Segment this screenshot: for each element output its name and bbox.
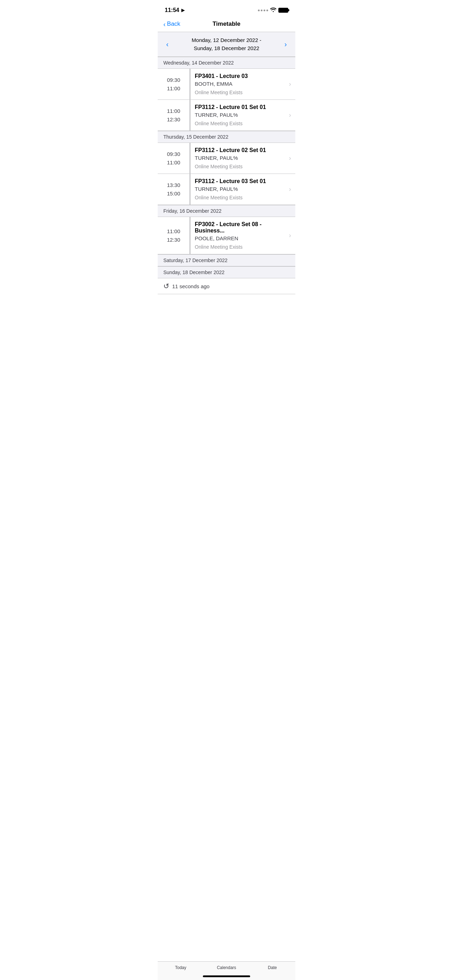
event-row[interactable]: 13:30 15:00 FP3112 - Lecture 03 Set 01 T… <box>158 174 295 205</box>
event-row[interactable]: 09:30 11:00 FP3401 - Lecture 03 BOOTH, E… <box>158 69 295 100</box>
event-instructor: TURNER, PAUL% <box>195 186 286 192</box>
event-row[interactable]: 09:30 11:00 FP3112 - Lecture 02 Set 01 T… <box>158 143 295 174</box>
event-details: FP3112 - Lecture 03 Set 01 TURNER, PAUL%… <box>191 174 289 205</box>
event-title: FP3401 - Lecture 03 <box>195 73 286 80</box>
event-online: Online Meeting Exists <box>195 244 286 250</box>
event-title: FP3002 - Lecture Set 08 - Business... <box>195 221 286 234</box>
sync-row: ↺ 11 seconds ago <box>158 278 295 294</box>
event-chevron-icon: › <box>289 69 295 99</box>
week-navigator: ‹ Monday, 12 December 2022 -Sunday, 18 D… <box>158 32 295 57</box>
event-instructor: TURNER, PAUL% <box>195 112 286 118</box>
event-instructor: POOLE, DARREN <box>195 235 286 241</box>
event-title: FP3112 - Lecture 02 Set 01 <box>195 147 286 153</box>
status-icons <box>258 7 288 13</box>
event-chevron-icon: › <box>289 143 295 173</box>
page-title: Timetable <box>212 21 240 27</box>
event-time: 13:30 15:00 <box>158 174 189 205</box>
day-header-wednesday: Wednesday, 14 December 2022 <box>158 57 295 69</box>
event-instructor: TURNER, PAUL% <box>195 155 286 161</box>
day-header-sunday: Sunday, 18 December 2022 <box>158 266 295 278</box>
timetable-content: Wednesday, 14 December 2022 09:30 11:00 … <box>158 57 295 326</box>
location-icon: ▶ <box>181 8 184 13</box>
nav-bar: ‹ Back Timetable <box>158 18 295 32</box>
event-details: FP3002 - Lecture Set 08 - Business... PO… <box>191 217 289 254</box>
event-online: Online Meeting Exists <box>195 90 286 95</box>
signal-icon <box>258 10 268 11</box>
day-header-thursday: Thursday, 15 December 2022 <box>158 131 295 143</box>
event-details: FP3401 - Lecture 03 BOOTH, EMMA Online M… <box>191 69 289 99</box>
back-chevron-icon: ‹ <box>163 21 165 27</box>
back-label: Back <box>167 21 180 27</box>
event-title: FP3112 - Lecture 01 Set 01 <box>195 104 286 110</box>
week-range-text: Monday, 12 December 2022 -Sunday, 18 Dec… <box>192 37 261 52</box>
event-time: 09:30 11:00 <box>158 143 189 173</box>
day-header-friday: Friday, 16 December 2022 <box>158 205 295 217</box>
event-row[interactable]: 11:00 12:30 FP3002 - Lecture Set 08 - Bu… <box>158 217 295 255</box>
event-time: 09:30 11:00 <box>158 69 189 99</box>
prev-week-button[interactable]: ‹ <box>163 39 172 50</box>
event-online: Online Meeting Exists <box>195 195 286 200</box>
status-bar: 11:54 ▶ <box>158 0 295 18</box>
back-button[interactable]: ‹ Back <box>163 21 180 27</box>
status-time: 11:54 ▶ <box>165 7 184 13</box>
event-online: Online Meeting Exists <box>195 164 286 169</box>
day-header-saturday: Saturday, 17 December 2022 <box>158 255 295 266</box>
next-week-button[interactable]: › <box>281 39 290 50</box>
event-time: 11:00 12:30 <box>158 217 189 254</box>
event-online: Online Meeting Exists <box>195 121 286 126</box>
event-title: FP3112 - Lecture 03 Set 01 <box>195 178 286 185</box>
event-chevron-icon: › <box>289 100 295 130</box>
event-instructor: BOOTH, EMMA <box>195 81 286 87</box>
wifi-icon <box>270 7 276 13</box>
event-chevron-icon: › <box>289 217 295 254</box>
battery-icon <box>278 8 288 13</box>
event-chevron-icon: › <box>289 174 295 205</box>
event-details: FP3112 - Lecture 02 Set 01 TURNER, PAUL%… <box>191 143 289 173</box>
sync-text: 11 seconds ago <box>172 283 210 289</box>
sync-icon: ↺ <box>163 282 169 290</box>
event-time: 11:00 12:30 <box>158 100 189 130</box>
event-details: FP3112 - Lecture 01 Set 01 TURNER, PAUL%… <box>191 100 289 130</box>
event-row[interactable]: 11:00 12:30 FP3112 - Lecture 01 Set 01 T… <box>158 100 295 131</box>
